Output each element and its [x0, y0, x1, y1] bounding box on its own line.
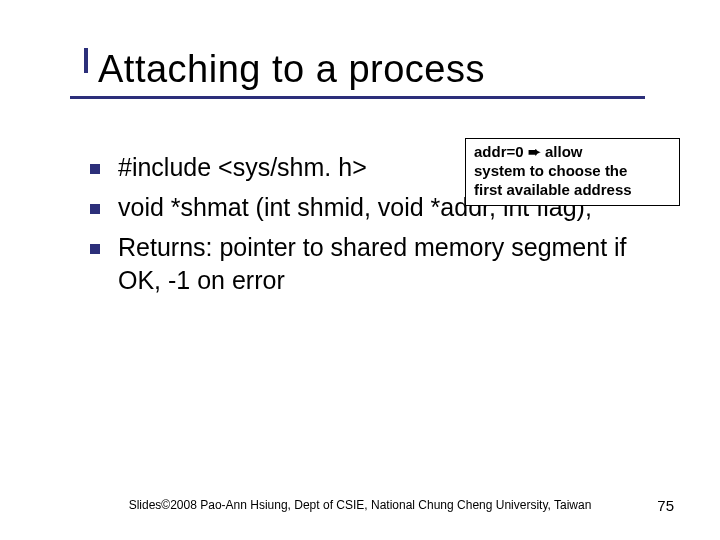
title-block: Attaching to a process: [70, 48, 670, 91]
bullet-square-icon: [90, 244, 100, 254]
title-accent-vertical: [84, 48, 88, 73]
list-item: Returns: pointer to shared memory segmen…: [90, 231, 660, 299]
slide-title: Attaching to a process: [70, 48, 670, 91]
callout-box: addr=0 ➨ allow system to choose the firs…: [465, 138, 680, 206]
bullet-square-icon: [90, 204, 100, 214]
arrow-right-icon: ➨: [528, 143, 541, 162]
footer-text: Slides©2008 Pao-Ann Hsiung, Dept of CSIE…: [0, 498, 720, 512]
page-number: 75: [657, 497, 674, 514]
callout-text-3: first available address: [474, 181, 632, 198]
callout-text-2: system to choose the: [474, 162, 627, 179]
bullet-square-icon: [90, 164, 100, 174]
callout-text-1a: addr=0: [474, 143, 528, 160]
title-accent-horizontal: [70, 96, 645, 99]
slide: Attaching to a process addr=0 ➨ allow sy…: [0, 0, 720, 540]
bullet-text: Returns: pointer to shared memory segmen…: [118, 231, 660, 299]
callout-text-1b: allow: [541, 143, 583, 160]
